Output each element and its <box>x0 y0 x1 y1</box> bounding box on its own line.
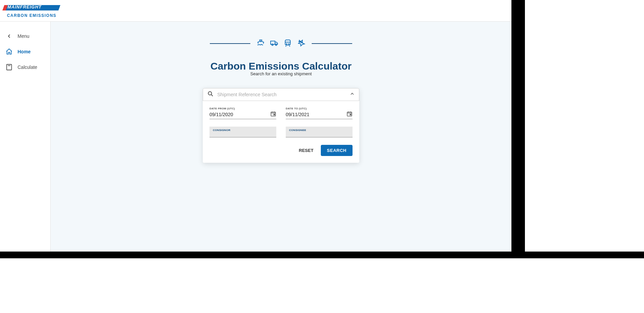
consignee-label: CONSIGNEE <box>289 129 349 132</box>
sidebar: Menu Home Calculate <box>0 22 51 252</box>
svg-line-16 <box>289 46 290 47</box>
consignor-field[interactable]: CONSIGNOR <box>209 127 276 137</box>
shipment-search-input[interactable] <box>217 92 346 97</box>
brand-logo: MAINFREIGHT CARBON EMISSIONS <box>4 4 59 18</box>
reset-button[interactable]: RESET <box>296 145 317 156</box>
transport-mode-icons <box>210 38 352 49</box>
sidebar-item-label: Menu <box>18 33 29 39</box>
svg-line-18 <box>211 95 213 96</box>
svg-rect-28 <box>350 114 351 115</box>
calendar-icon[interactable] <box>346 111 353 118</box>
svg-line-15 <box>286 46 286 47</box>
sidebar-item-label: Home <box>18 49 31 54</box>
sidebar-item-calculate[interactable]: Calculate <box>0 59 50 75</box>
svg-point-10 <box>275 44 277 45</box>
brand-name: MAINFREIGHT <box>7 4 41 9</box>
sidebar-item-home[interactable]: Home <box>0 44 50 59</box>
sidebar-item-label: Calculate <box>18 64 37 70</box>
consignor-label: CONSIGNOR <box>213 129 273 132</box>
home-icon <box>5 48 13 55</box>
svg-point-9 <box>272 44 273 45</box>
svg-rect-23 <box>274 114 275 115</box>
train-icon <box>283 38 292 49</box>
page-title: Carbon Emissions Calculator <box>211 60 352 72</box>
search-icon <box>207 90 214 99</box>
sidebar-item-menu[interactable]: Menu <box>0 28 50 44</box>
search-bar[interactable] <box>203 88 359 101</box>
consignee-field[interactable]: CONSIGNEE <box>286 127 353 137</box>
chevron-left-icon <box>5 32 13 40</box>
page-subtitle: Search for an existing shipment <box>250 71 312 76</box>
chevron-up-icon[interactable] <box>349 91 355 98</box>
svg-rect-0 <box>7 64 12 70</box>
svg-rect-11 <box>285 40 290 45</box>
date-from-input[interactable] <box>209 112 270 117</box>
calendar-icon[interactable] <box>270 111 276 118</box>
plane-icon <box>297 38 306 49</box>
date-to-input[interactable] <box>286 112 346 117</box>
brand-tagline: CARBON EMISSIONS <box>7 13 57 18</box>
date-from-label: DATE FROM (UTC) <box>209 107 276 110</box>
app-header: MAINFREIGHT CARBON EMISSIONS <box>0 0 511 22</box>
main-content: Carbon Emissions Calculator Search for a… <box>51 22 511 252</box>
svg-point-13 <box>286 44 287 44</box>
ship-icon <box>256 38 265 49</box>
search-button[interactable]: SEARCH <box>321 145 353 156</box>
truck-icon <box>270 38 279 49</box>
calculator-icon <box>5 63 13 71</box>
svg-point-17 <box>208 92 212 95</box>
svg-point-14 <box>288 44 289 44</box>
search-panel: DATE FROM (UTC) DATE TO <box>203 88 359 163</box>
date-to-label: DATE TO (UTC) <box>286 107 353 110</box>
